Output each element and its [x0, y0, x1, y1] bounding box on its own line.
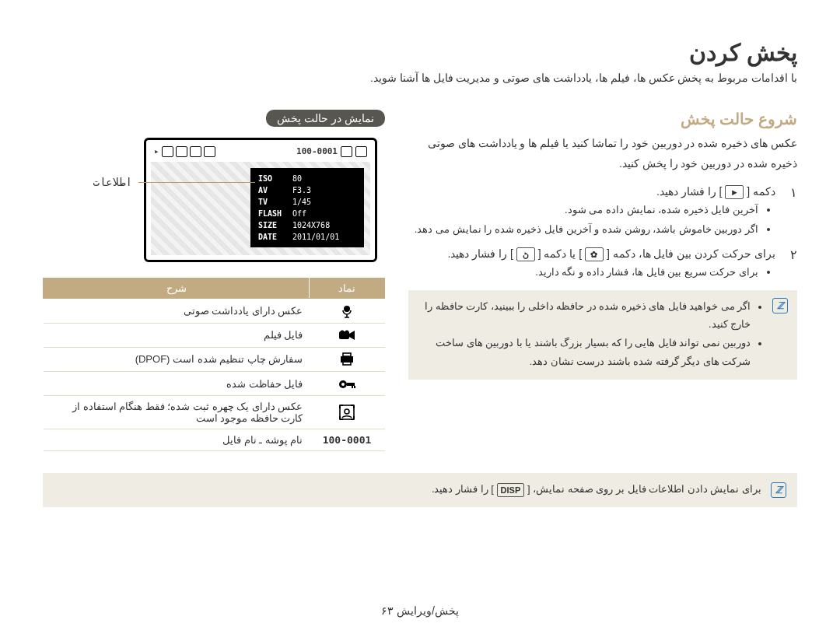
table-row: 100-0001 نام پوشه ـ نام فایل [44, 429, 385, 451]
status-icon [162, 146, 173, 157]
table-row: فایل حفاظت شده [44, 372, 385, 396]
left-column: نمایش در حالت پخش ▸ 100-0001 [43, 110, 385, 452]
step-text: دکمه [ ► ] را فشار دهید. [656, 185, 775, 198]
callout-line [138, 182, 255, 183]
play-icon: ▸ [154, 146, 159, 156]
camera-image-area: ISO80 AVF3.3 TV1/45 FLASHOff SIZE1024X76… [151, 162, 370, 255]
video-icon [310, 323, 385, 347]
face-icon [310, 396, 385, 429]
table-row: عکس دارای یادداشت صوتی [44, 298, 385, 323]
step-2-bullets: برای حرکت سریع بین فایل ها، فشار داده و … [408, 263, 775, 282]
svg-rect-10 [352, 386, 353, 388]
page-subtitle: با اقدامات مربوط به پخش عکس ها، فیلم ها،… [43, 69, 797, 88]
card-icon [341, 146, 352, 157]
page-footer: پخش/ویرایش ۶۳ [0, 604, 840, 617]
file-number-icon: 100-0001 [310, 429, 385, 451]
file-counter: 100-0001 [296, 146, 338, 156]
table-row: عکس دارای یک چهره ثبت شده؛ فقط هنگام است… [44, 396, 385, 429]
page: پخش کردن با اقدامات مربوط به پخش عکس ها،… [0, 0, 840, 634]
legend-desc: عکس دارای یک چهره ثبت شده؛ فقط هنگام است… [44, 396, 310, 429]
table-row: سفارش چاپ تنظیم شده است (DPOF) [44, 347, 385, 372]
legend-desc: نام پوشه ـ نام فایل [44, 429, 310, 451]
note-item: دوربین نمی تواند فایل هایی را که بسیار ب… [418, 335, 751, 372]
print-icon [310, 347, 385, 372]
note-item: اگر می خواهید فایل های ذخیره شده در حافظ… [418, 298, 751, 335]
legend-header-icon: نماد [310, 278, 385, 298]
table-row: فایل فیلم [44, 323, 385, 347]
step-1-bullets: آخرین فایل ذخیره شده، نمایش داده می شود.… [408, 201, 775, 239]
lock-icon [310, 372, 385, 396]
disp-button-icon: DISP [497, 483, 525, 497]
camera-info-overlay: ISO80 AVF3.3 TV1/45 FLASHOff SIZE1024X76… [250, 168, 364, 247]
svg-point-13 [345, 409, 349, 414]
info-icon: ℤ [772, 298, 788, 313]
note-box: اگر می خواهید فایل های ذخیره شده در حافظ… [408, 290, 797, 380]
svg-rect-6 [343, 361, 351, 365]
intro-text: عکس های ذخیره شده در دوربین خود را تماشا… [408, 133, 797, 174]
instruction-list: ۱ دکمه [ ► ] را فشار دهید. آخرین فایل ذخ… [408, 185, 797, 282]
legend-header-desc: شرح [44, 278, 310, 298]
bottom-note-text: برای نمایش دادن اطلاعات فایل بر روی صفحه… [54, 483, 761, 497]
legend-desc: فایل حفاظت شده [44, 372, 310, 396]
step-number: ۱ [790, 185, 797, 200]
bullet: آخرین فایل ذخیره شده، نمایش داده می شود. [408, 201, 758, 220]
step-2: ۲ برای حرکت کردن بین فایل ها، دکمه [ ✿ ]… [408, 247, 797, 282]
legend-desc: فایل فیلم [44, 323, 310, 347]
svg-point-0 [344, 306, 350, 312]
camera-top-left-icons: ▸ [154, 146, 215, 157]
camera-preview: ▸ 100-0001 [144, 138, 377, 262]
info-icon: ℤ [771, 482, 786, 498]
legend-desc: سفارش چاپ تنظیم شده است (DPOF) [44, 347, 310, 372]
microphone-icon [310, 298, 385, 323]
svg-rect-11 [354, 386, 355, 388]
svg-rect-4 [343, 353, 351, 356]
svg-point-3 [345, 331, 349, 335]
bullet: اگر دوربین خاموش باشد، روشن شده و آخرین … [408, 220, 758, 240]
camera-top-right-icons: 100-0001 [296, 146, 367, 157]
status-icon [204, 146, 215, 157]
page-title: پخش کردن [43, 39, 797, 66]
status-icon [190, 146, 201, 157]
section-heading: شروع حالت پخش [408, 110, 797, 128]
camera-preview-wrap: ▸ 100-0001 [43, 138, 385, 262]
columns: شروع حالت پخش عکس های ذخیره شده در دوربی… [43, 110, 797, 452]
bullet: برای حرکت سریع بین فایل ها، فشار داده و … [408, 263, 758, 282]
bottom-note: برای نمایش دادن اطلاعات فایل بر روی صفحه… [43, 473, 797, 507]
play-button-icon: ► [725, 185, 744, 199]
camera-top-bar: ▸ 100-0001 [151, 145, 370, 162]
timer-button-icon: ڻ [516, 247, 535, 261]
mode-label: نمایش در حالت پخش [266, 110, 385, 127]
note-content: اگر می خواهید فایل های ذخیره شده در حافظ… [418, 298, 765, 372]
right-column: شروع حالت پخش عکس های ذخیره شده در دوربی… [408, 110, 797, 452]
step-1: ۱ دکمه [ ► ] را فشار دهید. آخرین فایل ذخ… [408, 185, 797, 240]
step-text: برای حرکت کردن بین فایل ها، دکمه [ ✿ ] ی… [447, 247, 775, 260]
svg-point-8 [341, 383, 345, 386]
legend-desc: عکس دارای یادداشت صوتی [44, 298, 310, 323]
svg-rect-9 [347, 383, 355, 386]
legend-table: نماد شرح عکس دارای یادداشت صوتی [43, 278, 385, 452]
status-icon [176, 146, 187, 157]
svg-point-2 [341, 331, 345, 335]
callout-label: اطلاعات [93, 176, 132, 188]
macro-button-icon: ✿ [585, 247, 604, 261]
step-number: ۲ [790, 247, 797, 262]
battery-icon [355, 146, 367, 157]
